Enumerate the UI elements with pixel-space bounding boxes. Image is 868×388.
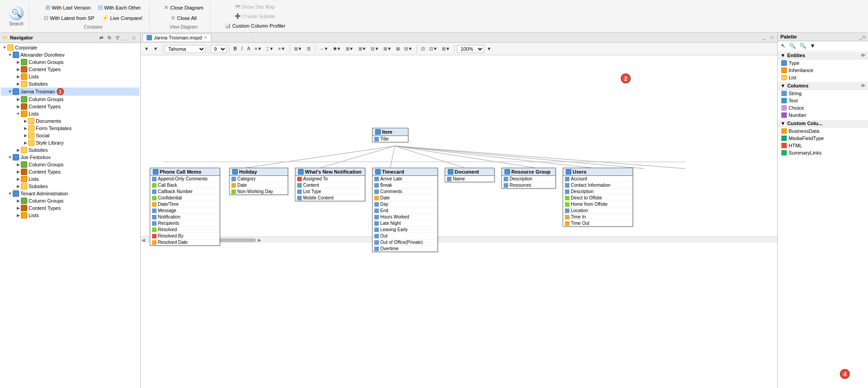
tree-toggle-alex-list[interactable]: ▶	[15, 74, 21, 79]
show-site-map-button[interactable]: 🗺 Show Site Map	[232, 3, 278, 11]
tree-item-janna-docs[interactable]: ▶ Documents	[1, 117, 139, 125]
with-each-other-button[interactable]: ⊟ With Each Other	[95, 3, 144, 12]
entity-item[interactable]: Item Title	[372, 128, 408, 142]
tree-item-janna-col[interactable]: ▶ Column Groups	[1, 96, 139, 103]
entity-users[interactable]: Users Account Contact Information Descri…	[563, 168, 633, 227]
dt-grid-btn6[interactable]: ⊟▼	[402, 45, 414, 52]
tree-item-janna-lists[interactable]: ▼ Lists	[1, 110, 139, 117]
entity-timecard[interactable]: Timecard Arrive Late Break Comments Date…	[372, 168, 438, 252]
palette-arrow-tool[interactable]: ↖	[780, 42, 787, 49]
tree-item-janna[interactable]: ▼ Janna Trosman 1	[1, 87, 139, 96]
entity-holiday[interactable]: Holiday Category Date Non-Working Day	[229, 168, 288, 195]
tree-item-janna-ct[interactable]: ▶ Content Types	[1, 103, 139, 110]
tree-item-tenant-lists[interactable]: ▶ Lists	[1, 212, 139, 219]
dt-grid-btn1[interactable]: ⊞▼	[344, 45, 356, 52]
dt-fit-btn[interactable]: ⊡	[419, 45, 427, 52]
tree-toggle-janna-form[interactable]: ▶	[23, 126, 28, 131]
tree-item-alex-ct[interactable]: ▶ Content Types	[1, 66, 139, 73]
tree-toggle-janna-ct[interactable]: ▶	[15, 104, 21, 109]
entity-resource[interactable]: Resource Group Description Resources	[501, 168, 556, 189]
font-select[interactable]: Tahoma	[165, 45, 206, 53]
dt-list-btn[interactable]: ☰	[305, 45, 313, 52]
palette-item-list[interactable]: List	[778, 74, 868, 81]
palette-zoom-out-btn[interactable]: 🔍	[798, 42, 808, 49]
tree-toggle-janna[interactable]: ▼	[7, 89, 13, 94]
nav-minimize-button[interactable]: _	[122, 34, 129, 41]
tree-item-janna-form[interactable]: ▶ Form Templates	[1, 125, 139, 132]
palette-expand-btn[interactable]: ▼	[809, 42, 817, 49]
dt-format-button[interactable]: ▼	[142, 45, 151, 52]
dt-table-btn[interactable]: ⊞▼	[292, 45, 304, 52]
tree-toggle-alex[interactable]: ▼	[7, 52, 13, 58]
tree-toggle-tenant-col[interactable]: ▶	[15, 198, 21, 204]
tree-toggle-tenant-lists[interactable]: ▶	[15, 213, 21, 218]
tree-toggle-janna-style[interactable]: ▶	[23, 140, 28, 146]
palette-item-bizdata[interactable]: BusinessData	[778, 127, 868, 135]
close-diagram-button[interactable]: ✕ Close Diagram	[161, 3, 206, 12]
dt-view-btn2[interactable]: ⊞▼	[440, 45, 452, 52]
nav-refresh-button[interactable]: ↻	[106, 34, 113, 41]
tree-item-joe-sub[interactable]: ▶ Subsites	[1, 183, 139, 190]
dt-grid-btn5[interactable]: ⊠	[394, 45, 402, 52]
diagram-minimize-button[interactable]: _	[760, 34, 767, 41]
palette-item-choice[interactable]: Choice	[778, 104, 868, 112]
tree-toggle-joe[interactable]: ▼	[7, 155, 13, 160]
dt-arrow-btn[interactable]: →▼	[318, 45, 330, 52]
diagram-tab-janna[interactable]: Janna Trosman.mspd ✕	[142, 34, 211, 41]
tree-item-joe[interactable]: ▼ Joe Fedorkov	[1, 154, 139, 161]
custom-column-button[interactable]: 📊 Custom Column Profiler	[221, 21, 289, 30]
tree-item-alex[interactable]: ▼ Alexander Dorofeev	[1, 51, 139, 58]
palette-columns-header[interactable]: ▼ Columns 👁	[778, 82, 868, 90]
tree-item-joe-lists[interactable]: ▶ Lists	[1, 175, 139, 183]
tree-toggle-janna-lists[interactable]: ▼	[15, 111, 21, 116]
tree-item-alex-sub[interactable]: ▶ Subsites	[1, 80, 139, 87]
palette-item-inheritance[interactable]: Inheritance	[778, 67, 868, 74]
tree-toggle-janna-social[interactable]: ▶	[23, 133, 28, 138]
diagram-maximize-button[interactable]: □	[768, 34, 775, 41]
tree-toggle-alex-ct[interactable]: ▶	[15, 67, 21, 72]
tree-toggle-joe-lists[interactable]: ▶	[15, 176, 21, 182]
tree-toggle-alex-col[interactable]: ▶	[15, 59, 21, 65]
nav-collapse-button[interactable]: ▽	[114, 34, 121, 41]
tree-toggle-joe-sub[interactable]: ▶	[15, 184, 21, 189]
palette-entities-eye[interactable]: 👁	[861, 53, 865, 58]
palette-minimize-btn[interactable]: _	[859, 34, 862, 39]
diagram-canvas[interactable]: 2	[141, 55, 777, 388]
tree-item-tenant-ct[interactable]: ▶ Content Types	[1, 204, 139, 212]
scroll-left-btn[interactable]: ◀	[142, 238, 145, 242]
scroll-right-btn[interactable]: ▶	[258, 238, 261, 242]
live-compare-button[interactable]: ⚡ Live Compare!	[98, 13, 146, 23]
tree-item-janna-social[interactable]: ▶ Social	[1, 132, 139, 139]
tree-item-tenant-col[interactable]: ▶ Column Groups	[1, 197, 139, 204]
palette-columns-eye[interactable]: 👁	[861, 83, 865, 88]
nav-sync-button[interactable]: ⇄	[98, 34, 105, 41]
palette-item-number[interactable]: Number	[778, 112, 868, 119]
tree-item-alex-col[interactable]: ▶ Column Groups	[1, 58, 139, 66]
with-latest-button[interactable]: ⊟ With Latest from SP	[40, 13, 98, 23]
palette-entities-header[interactable]: ▼ Entities 👁	[778, 52, 868, 59]
palette-item-type[interactable]: Type	[778, 59, 868, 67]
tree-toggle-janna-col[interactable]: ▶	[15, 97, 21, 102]
with-last-version-button[interactable]: ⊞ With Last Version	[42, 3, 94, 12]
dt-grid-btn3[interactable]: ⊟▼	[369, 45, 381, 52]
tree-item-tenant[interactable]: ▼ Tenant Administration	[1, 190, 139, 197]
palette-item-media[interactable]: MediaFieldType	[778, 135, 868, 142]
tree-toggle-janna-docs[interactable]: ▶	[23, 118, 28, 124]
dt-grid-btn4[interactable]: ⊞▼	[382, 45, 393, 52]
palette-item-text[interactable]: Text	[778, 97, 868, 104]
tree-item-joe-ct[interactable]: ▶ Content Types	[1, 168, 139, 175]
create-subsite-button[interactable]: ➕ Create Subsite	[231, 12, 279, 20]
palette-item-html[interactable]: HTML	[778, 142, 868, 149]
search-icon[interactable]: 🔍	[9, 6, 24, 20]
close-all-button[interactable]: ✕ Close All	[167, 13, 200, 23]
dt-italic-button[interactable]: I	[240, 45, 245, 52]
dt-bold-button[interactable]: B	[232, 45, 239, 52]
tree-toggle-alex-sub[interactable]: ▶	[15, 81, 21, 87]
tree-toggle-joe-col[interactable]: ▶	[15, 162, 21, 167]
canvas-scrollbar-h[interactable]: ◀ ▶	[141, 237, 777, 243]
font-size-select[interactable]: 9	[211, 45, 227, 53]
dt-star-btn[interactable]: ✱▼	[331, 45, 343, 52]
tree-toggle-joe-ct[interactable]: ▶	[15, 169, 21, 175]
tree-item-janna-sub[interactable]: ▶ Subsites	[1, 146, 139, 154]
palette-custom-header[interactable]: ▼ Custom Colu...	[778, 120, 868, 127]
